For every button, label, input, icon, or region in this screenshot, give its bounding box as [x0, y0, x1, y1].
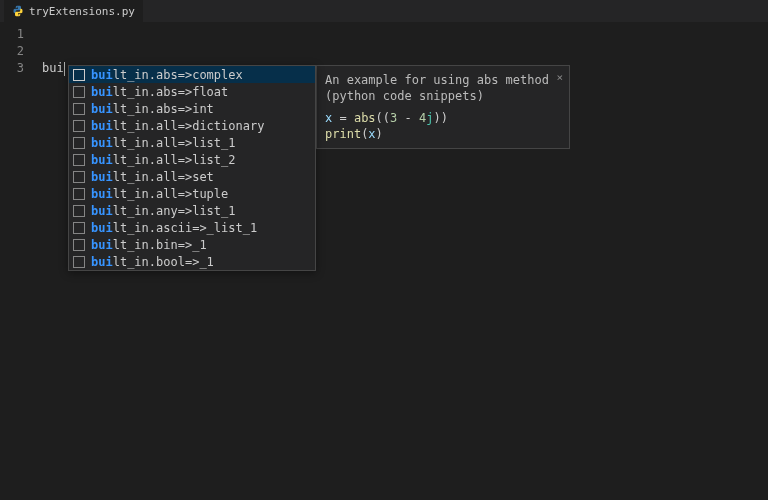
snippet-line: x = abs((3 - 4j))	[325, 110, 561, 126]
autocomplete-popup[interactable]: built_in.abs=>complexbuilt_in.abs=>float…	[68, 65, 316, 271]
snippet-icon	[73, 137, 85, 149]
autocomplete-label: built_in.abs=>int	[91, 102, 214, 116]
autocomplete-item[interactable]: built_in.ascii=>_list_1	[69, 219, 315, 236]
tooltip-description: An example for using abs method (python …	[325, 72, 561, 104]
autocomplete-item[interactable]: built_in.all=>dictionary	[69, 117, 315, 134]
snippet-icon	[73, 69, 85, 81]
snippet-icon	[73, 188, 85, 200]
tab-bar: tryExtensions.py	[0, 0, 768, 22]
line-number: 2	[0, 43, 34, 60]
tab-file[interactable]: tryExtensions.py	[4, 0, 143, 22]
snippet-icon	[73, 86, 85, 98]
autocomplete-item[interactable]: built_in.all=>list_2	[69, 151, 315, 168]
autocomplete-label: built_in.abs=>complex	[91, 68, 243, 82]
autocomplete-label: built_in.all=>dictionary	[91, 119, 264, 133]
autocomplete-item[interactable]: built_in.bool=>_1	[69, 253, 315, 270]
snippet-line: print(x)	[325, 126, 561, 142]
autocomplete-label: built_in.any=>list_1	[91, 204, 236, 218]
autocomplete-item[interactable]: built_in.all=>tuple	[69, 185, 315, 202]
autocomplete-label: built_in.all=>list_2	[91, 153, 236, 167]
snippet-icon	[73, 154, 85, 166]
autocomplete-label: built_in.all=>tuple	[91, 187, 228, 201]
autocomplete-label: built_in.all=>set	[91, 170, 214, 184]
autocomplete-item[interactable]: built_in.all=>set	[69, 168, 315, 185]
scrollbar-track[interactable]	[756, 22, 768, 500]
autocomplete-label: built_in.all=>list_1	[91, 136, 236, 150]
code-line	[34, 43, 768, 60]
snippet-icon	[73, 171, 85, 183]
autocomplete-item[interactable]: built_in.bin=>_1	[69, 236, 315, 253]
line-number: 3	[0, 60, 34, 77]
typed-text: bui	[42, 61, 64, 75]
tab-filename: tryExtensions.py	[29, 5, 135, 18]
close-icon[interactable]: ×	[556, 70, 563, 86]
snippet-icon	[73, 256, 85, 268]
autocomplete-label: built_in.bin=>_1	[91, 238, 207, 252]
snippet-icon	[73, 205, 85, 217]
autocomplete-label: built_in.ascii=>_list_1	[91, 221, 257, 235]
autocomplete-item[interactable]: built_in.any=>list_1	[69, 202, 315, 219]
autocomplete-item[interactable]: built_in.abs=>complex	[69, 66, 315, 83]
snippet-icon	[73, 103, 85, 115]
autocomplete-item[interactable]: built_in.all=>list_1	[69, 134, 315, 151]
python-icon	[12, 5, 24, 17]
snippet-icon	[73, 222, 85, 234]
documentation-tooltip: × An example for using abs method (pytho…	[316, 65, 570, 149]
autocomplete-label: built_in.bool=>_1	[91, 255, 214, 269]
autocomplete-item[interactable]: built_in.abs=>int	[69, 100, 315, 117]
text-cursor	[64, 62, 65, 76]
autocomplete-item[interactable]: built_in.abs=>float	[69, 83, 315, 100]
line-number: 1	[0, 26, 34, 43]
snippet-icon	[73, 120, 85, 132]
line-number-gutter: 1 2 3	[0, 22, 34, 500]
autocomplete-label: built_in.abs=>float	[91, 85, 228, 99]
code-line	[34, 26, 768, 43]
snippet-icon	[73, 239, 85, 251]
